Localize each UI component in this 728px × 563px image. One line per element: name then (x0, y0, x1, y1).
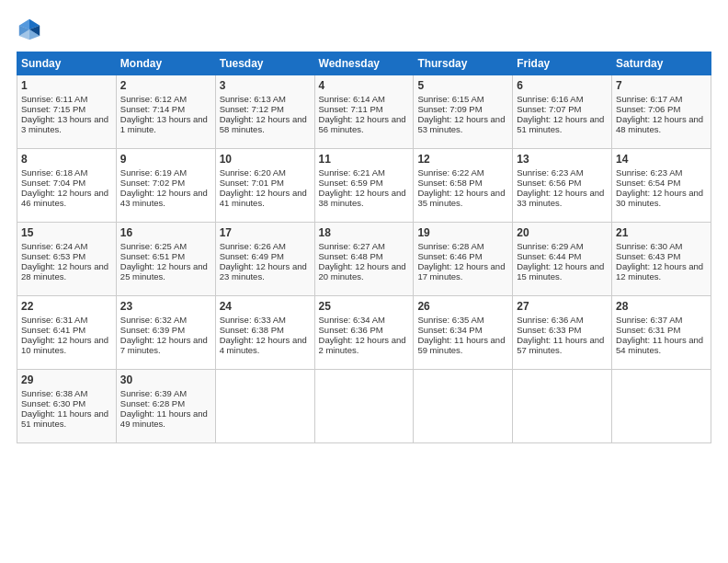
sunset: Sunset: 7:15 PM (21, 104, 85, 114)
sunrise: Sunrise: 6:21 AM (319, 167, 385, 178)
daylight: Daylight: 12 hours and 33 minutes. (517, 188, 604, 208)
sunrise: Sunrise: 6:33 AM (220, 315, 286, 325)
calendar-cell: 3Sunrise: 6:13 AMSunset: 7:12 PMDaylight… (215, 75, 314, 149)
calendar-week-4: 29Sunrise: 6:38 AMSunset: 6:30 PMDayligh… (17, 370, 711, 443)
daylight: Daylight: 12 hours and 30 minutes. (616, 188, 703, 208)
calendar-cell: 11Sunrise: 6:21 AMSunset: 6:59 PMDayligh… (314, 149, 414, 223)
calendar-cell (314, 370, 414, 443)
header-row: Sunday Monday Tuesday Wednesday Thursday… (17, 52, 711, 75)
day-number: 22 (21, 300, 112, 313)
calendar-cell: 8Sunrise: 6:18 AMSunset: 7:04 PMDaylight… (17, 149, 117, 223)
sunset: Sunset: 6:46 PM (417, 251, 482, 261)
sunrise: Sunrise: 6:26 AM (220, 241, 286, 251)
calendar-cell: 4Sunrise: 6:14 AMSunset: 7:11 PMDaylight… (314, 75, 414, 149)
sunrise: Sunrise: 6:13 AM (220, 94, 286, 104)
sunset: Sunset: 6:49 PM (220, 251, 284, 261)
day-number: 28 (616, 300, 707, 313)
daylight: Daylight: 12 hours and 7 minutes. (120, 335, 208, 355)
sunrise: Sunrise: 6:23 AM (616, 167, 682, 178)
day-number: 20 (517, 226, 608, 239)
calendar-week-2: 15Sunrise: 6:24 AMSunset: 6:53 PMDayligh… (17, 223, 711, 296)
day-number: 17 (220, 226, 311, 239)
sunset: Sunset: 6:43 PM (616, 251, 680, 261)
calendar-cell: 26Sunrise: 6:35 AMSunset: 6:34 PMDayligh… (414, 296, 513, 370)
daylight: Daylight: 12 hours and 2 minutes. (319, 335, 406, 355)
day-number: 23 (120, 300, 211, 313)
calendar-cell: 22Sunrise: 6:31 AMSunset: 6:41 PMDayligh… (17, 296, 117, 370)
daylight: Daylight: 12 hours and 10 minutes. (21, 335, 108, 355)
col-sunday: Sunday (17, 52, 117, 75)
calendar-cell: 29Sunrise: 6:38 AMSunset: 6:30 PMDayligh… (17, 370, 117, 443)
day-number: 25 (319, 300, 410, 313)
sunrise: Sunrise: 6:24 AM (21, 241, 87, 251)
sunset: Sunset: 7:02 PM (120, 178, 185, 188)
day-number: 10 (220, 153, 311, 166)
day-number: 1 (21, 79, 112, 92)
sunset: Sunset: 6:31 PM (616, 325, 680, 335)
sunset: Sunset: 7:06 PM (616, 104, 680, 114)
daylight: Daylight: 11 hours and 49 minutes. (120, 408, 208, 429)
day-number: 19 (417, 226, 508, 239)
daylight: Daylight: 11 hours and 54 minutes. (616, 335, 703, 355)
sunrise: Sunrise: 6:37 AM (616, 315, 682, 325)
page: Sunday Monday Tuesday Wednesday Thursday… (0, 0, 728, 453)
daylight: Daylight: 12 hours and 48 minutes. (616, 114, 703, 134)
daylight: Daylight: 11 hours and 59 minutes. (417, 335, 505, 355)
day-number: 11 (319, 153, 410, 166)
calendar-cell (612, 370, 711, 443)
sunrise: Sunrise: 6:30 AM (616, 241, 682, 251)
day-number: 26 (417, 300, 508, 313)
day-number: 18 (319, 226, 410, 239)
daylight: Daylight: 13 hours and 3 minutes. (21, 114, 108, 134)
daylight: Daylight: 12 hours and 28 minutes. (21, 261, 108, 282)
calendar-cell: 18Sunrise: 6:27 AMSunset: 6:48 PMDayligh… (314, 223, 414, 296)
calendar-cell: 30Sunrise: 6:39 AMSunset: 6:28 PMDayligh… (116, 370, 215, 443)
calendar-cell: 20Sunrise: 6:29 AMSunset: 6:44 PMDayligh… (513, 223, 612, 296)
sunrise: Sunrise: 6:22 AM (417, 167, 483, 178)
sunrise: Sunrise: 6:31 AM (21, 315, 87, 325)
day-number: 12 (417, 153, 508, 166)
header (17, 17, 711, 42)
sunrise: Sunrise: 6:12 AM (120, 94, 187, 104)
daylight: Daylight: 12 hours and 38 minutes. (319, 188, 406, 208)
day-number: 8 (21, 153, 112, 166)
sunset: Sunset: 7:11 PM (319, 104, 383, 114)
day-number: 13 (517, 153, 608, 166)
day-number: 24 (220, 300, 311, 313)
calendar-cell: 23Sunrise: 6:32 AMSunset: 6:39 PMDayligh… (116, 296, 215, 370)
sunset: Sunset: 6:54 PM (616, 178, 680, 188)
calendar-cell: 2Sunrise: 6:12 AMSunset: 7:14 PMDaylight… (116, 75, 215, 149)
daylight: Daylight: 12 hours and 43 minutes. (120, 188, 208, 208)
calendar-cell: 21Sunrise: 6:30 AMSunset: 6:43 PMDayligh… (612, 223, 711, 296)
sunrise: Sunrise: 6:34 AM (319, 315, 385, 325)
calendar-cell: 15Sunrise: 6:24 AMSunset: 6:53 PMDayligh… (17, 223, 117, 296)
sunset: Sunset: 6:59 PM (319, 178, 383, 188)
day-number: 6 (517, 79, 608, 92)
col-wednesday: Wednesday (314, 52, 414, 75)
day-number: 15 (21, 226, 112, 239)
col-tuesday: Tuesday (215, 52, 314, 75)
sunrise: Sunrise: 6:14 AM (319, 94, 385, 104)
sunrise: Sunrise: 6:39 AM (120, 388, 187, 398)
calendar-cell: 28Sunrise: 6:37 AMSunset: 6:31 PMDayligh… (612, 296, 711, 370)
sunset: Sunset: 6:34 PM (417, 325, 482, 335)
sunset: Sunset: 7:12 PM (220, 104, 284, 114)
calendar-cell: 12Sunrise: 6:22 AMSunset: 6:58 PMDayligh… (414, 149, 513, 223)
daylight: Daylight: 12 hours and 15 minutes. (517, 261, 604, 282)
sunset: Sunset: 7:07 PM (517, 104, 581, 114)
sunset: Sunset: 7:01 PM (220, 178, 284, 188)
day-number: 29 (21, 373, 112, 386)
sunrise: Sunrise: 6:11 AM (21, 94, 87, 104)
sunset: Sunset: 6:38 PM (220, 325, 284, 335)
calendar-week-3: 22Sunrise: 6:31 AMSunset: 6:41 PMDayligh… (17, 296, 711, 370)
calendar-cell: 6Sunrise: 6:16 AMSunset: 7:07 PMDaylight… (513, 75, 612, 149)
logo (17, 17, 46, 42)
sunset: Sunset: 6:48 PM (319, 251, 383, 261)
sunset: Sunset: 7:14 PM (120, 104, 185, 114)
col-friday: Friday (513, 52, 612, 75)
sunset: Sunset: 6:44 PM (517, 251, 581, 261)
sunrise: Sunrise: 6:23 AM (517, 167, 583, 178)
calendar-cell: 27Sunrise: 6:36 AMSunset: 6:33 PMDayligh… (513, 296, 612, 370)
col-saturday: Saturday (612, 52, 711, 75)
day-number: 14 (616, 153, 707, 166)
